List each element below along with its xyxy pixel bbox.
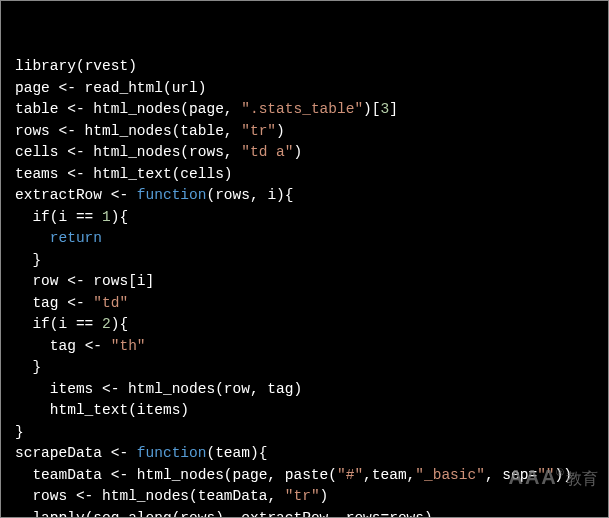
code-token: 3 xyxy=(381,101,390,117)
code-token: ] xyxy=(146,273,155,289)
code-token: table xyxy=(15,101,67,117)
code-token: <- xyxy=(85,338,102,354)
code-token: } xyxy=(32,359,41,375)
code-token: ( xyxy=(50,316,59,332)
code-token: , xyxy=(224,123,241,139)
code-token: ) xyxy=(276,123,285,139)
code-token: 2 xyxy=(102,316,111,332)
code-token: ( xyxy=(224,467,233,483)
code-token: <- xyxy=(67,144,84,160)
code-line: } xyxy=(15,250,594,272)
code-token xyxy=(128,445,137,461)
code-token: team xyxy=(215,445,250,461)
code-line: items <- html_nodes(row, tag) xyxy=(15,379,594,401)
code-line: rows <- html_nodes(table, "tr") xyxy=(15,121,594,143)
code-token: <- xyxy=(111,467,128,483)
code-token: i xyxy=(137,273,146,289)
code-token: )) xyxy=(555,467,572,483)
code-line: teams <- html_text(cells) xyxy=(15,164,594,186)
code-token xyxy=(93,316,102,332)
code-token: ( xyxy=(180,144,189,160)
code-token: ) xyxy=(224,166,233,182)
code-token: rows xyxy=(180,510,215,519)
code-line: lapply(seq_along(rows), extractRow, rows… xyxy=(15,508,594,519)
code-token: ( xyxy=(163,80,172,96)
code-token: ) xyxy=(293,381,302,397)
code-token: ( xyxy=(206,445,215,461)
code-token: , xyxy=(250,187,267,203)
code-token xyxy=(15,230,50,246)
code-token: row xyxy=(224,381,250,397)
code-token: )[ xyxy=(363,101,380,117)
code-token: <- xyxy=(59,80,76,96)
code-line: cells <- html_nodes(rows, "td a") xyxy=(15,142,594,164)
code-token: , xyxy=(224,101,241,117)
code-token: if xyxy=(32,316,49,332)
code-token: == xyxy=(76,316,93,332)
code-line: tag <- "td" xyxy=(15,293,594,315)
code-token: { xyxy=(119,316,128,332)
code-token: "tr" xyxy=(285,488,320,504)
code-token: <- xyxy=(102,381,119,397)
code-token: ( xyxy=(328,467,337,483)
code-token: extractRow xyxy=(241,510,328,519)
code-line: teamData <- html_nodes(page, paste("#",t… xyxy=(15,465,594,487)
code-token xyxy=(15,209,32,225)
code-token: ) xyxy=(424,510,433,519)
code-line: extractRow <- function(rows, i){ xyxy=(15,185,594,207)
code-token xyxy=(102,338,111,354)
code-token: if xyxy=(32,209,49,225)
code-token: , xyxy=(267,488,284,504)
code-token: url xyxy=(172,80,198,96)
code-token: rows xyxy=(85,273,129,289)
code-line: if(i == 2){ xyxy=(15,314,594,336)
code-token: ( xyxy=(189,488,198,504)
code-token: seq_along xyxy=(93,510,171,519)
code-token: <- xyxy=(76,488,93,504)
code-token: tag xyxy=(15,338,85,354)
code-token: <- xyxy=(59,123,76,139)
code-token: rows xyxy=(189,144,224,160)
code-token: , xyxy=(267,467,284,483)
code-token: sep xyxy=(502,467,528,483)
code-token: page xyxy=(233,467,268,483)
code-token: library xyxy=(15,58,76,74)
code-token: = xyxy=(381,510,390,519)
code-token: <- xyxy=(67,295,84,311)
code-token: function xyxy=(137,445,207,461)
code-token: ( xyxy=(128,402,137,418)
code-token: html_text xyxy=(85,166,172,182)
code-token: ( xyxy=(180,101,189,117)
code-token: , xyxy=(328,510,345,519)
code-token: [ xyxy=(128,273,137,289)
code-token: <- xyxy=(111,187,128,203)
code-token: 1 xyxy=(102,209,111,225)
code-token: "td a" xyxy=(241,144,293,160)
code-token: ) xyxy=(215,510,224,519)
code-token: ( xyxy=(206,187,215,203)
code-line: return xyxy=(15,228,594,250)
code-block: library(rvest)page <- read_html(url)tabl… xyxy=(0,0,609,518)
code-token: lapply xyxy=(15,510,85,519)
code-line: tag <- "th" xyxy=(15,336,594,358)
code-token: rows xyxy=(389,510,424,519)
code-token: i xyxy=(59,209,76,225)
code-line: page <- read_html(url) xyxy=(15,78,594,100)
code-token: rows xyxy=(346,510,381,519)
code-token: ( xyxy=(215,381,224,397)
code-line: scrapeData <- function(team){ xyxy=(15,443,594,465)
code-token: "tr" xyxy=(241,123,276,139)
code-token: "_basic" xyxy=(415,467,485,483)
code-token: i xyxy=(59,316,76,332)
code-token: ( xyxy=(76,58,85,74)
code-token: tag xyxy=(267,381,293,397)
code-token: paste xyxy=(285,467,329,483)
code-token: html_nodes xyxy=(128,467,224,483)
code-token: teams xyxy=(15,166,67,182)
code-token: , xyxy=(224,510,241,519)
code-token: "th" xyxy=(111,338,146,354)
code-token: == xyxy=(76,209,93,225)
code-line: } xyxy=(15,357,594,379)
code-token: table xyxy=(180,123,224,139)
code-token: , xyxy=(485,467,502,483)
